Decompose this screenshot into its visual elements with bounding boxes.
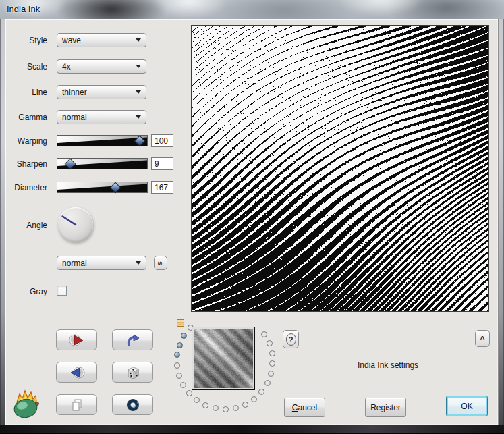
window-border-right [499,19,504,425]
preview-pane[interactable] [191,25,489,312]
copy-pages-icon [69,398,84,412]
help-button[interactable]: ? [283,330,299,348]
line-dropdown[interactable]: thinner [57,85,146,99]
gamma-dropdown[interactable]: normal [57,110,146,124]
sharpen-label: Sharpen [5,159,47,169]
s-button-label: s [157,261,165,265]
memory-dot[interactable] [174,352,180,358]
save-settings-button[interactable] [56,362,97,383]
memory-dot[interactable] [213,405,219,411]
status-text: India Ink settings [358,360,418,370]
slider-wedge [57,182,147,192]
memory-dot[interactable] [176,373,182,379]
sharpen-value-field[interactable]: 9 [151,157,173,170]
chevron-down-icon [136,115,141,119]
diameter-value-field[interactable]: 167 [151,181,173,194]
register-button-label: Register [370,403,401,412]
disc-blue-arrow-icon [68,365,86,380]
blend-mode-dropdown[interactable]: normal [57,256,146,270]
memory-dot[interactable] [186,390,192,396]
sharpen-slider[interactable] [57,158,148,169]
warping-slider-track[interactable] [57,135,148,146]
memory-dot[interactable] [223,406,229,412]
titlebar[interactable]: India Ink [0,0,504,20]
undo-arrow-icon [125,333,141,348]
line-label: Line [5,88,47,97]
preview-canvas[interactable] [192,26,488,311]
style-label: Style [5,36,47,45]
window-border-left [0,19,5,425]
gamma-label: Gamma [5,113,47,122]
randomize-button[interactable] [112,362,153,383]
memory-dot[interactable] [174,362,180,369]
cancel-button[interactable]: Cancel [284,398,325,417]
register-button[interactable]: Register [365,398,406,417]
angle-label: Angle [5,221,47,230]
memory-dot-legend-icon [177,319,184,327]
gamma-dropdown-value: normal [62,113,87,122]
collapse-button-label: ^ [480,335,484,343]
collapse-button[interactable]: ^ [475,330,490,347]
blend-mode-dropdown-value: normal [62,259,87,268]
memory-dot[interactable] [258,389,264,395]
memory-dot[interactable] [202,402,208,408]
chevron-down-icon [136,90,141,94]
chevron-down-icon [136,38,141,42]
memory-dot[interactable] [267,340,273,346]
memory-dot[interactable] [251,396,257,402]
help-button-label: ? [286,333,296,346]
memory-dot[interactable] [269,350,275,356]
sharpen-slider-track[interactable] [57,158,148,169]
angle-dial[interactable] [58,207,93,242]
memory-dot[interactable] [180,382,186,388]
chevron-down-icon [136,65,141,68]
flaming-pear-logo[interactable] [11,387,42,423]
undo-button[interactable] [112,329,153,350]
scale-dropdown[interactable]: 4x [57,59,146,74]
source-thumbnail[interactable] [192,327,255,390]
memory-dot[interactable] [177,342,183,348]
duplicate-button[interactable] [56,394,97,415]
style-dropdown[interactable]: wave [57,33,146,47]
memory-dot[interactable] [268,371,274,377]
gray-checkbox[interactable] [57,286,67,296]
titlebar-glass-backdrop [0,0,504,20]
dice-icon [125,364,141,381]
warping-slider[interactable] [57,135,148,146]
disc-red-arrow-icon [68,333,86,348]
line-dropdown-value: thinner [62,88,87,97]
s-button[interactable]: s [154,256,167,270]
thumbnail-canvas [194,329,253,388]
warping-label: Warping [5,136,47,146]
dialog-client-area: Style wave Scale 4x Line thinner Gamma n… [5,19,499,425]
gray-label: Gray [5,287,47,296]
angle-needle [58,207,93,242]
flaming-pear-icon [11,387,42,420]
blue-ring-icon [125,398,141,412]
memory-dot[interactable] [194,397,200,403]
memory-dot[interactable] [233,405,239,411]
warping-value-field[interactable]: 100 [151,134,173,147]
chevron-down-icon [136,261,141,265]
memory-dot[interactable] [181,333,187,339]
ok-button-label: O [461,402,467,411]
load-settings-button[interactable] [56,329,97,350]
memory-dot[interactable] [261,331,267,337]
diameter-label: Diameter [5,183,47,192]
window-title: India Ink [7,0,40,18]
memory-dot[interactable] [269,360,275,367]
memory-dot[interactable] [242,402,248,408]
memory-dot[interactable] [264,380,271,386]
diameter-slider[interactable] [57,182,148,193]
diameter-slider-track[interactable] [57,182,148,193]
style-dropdown-value: wave [62,36,81,45]
window-border-bottom [0,425,504,434]
scale-dropdown-value: 4x [62,62,71,72]
scale-label: Scale [5,62,47,72]
india-ink-dialog: India Ink Style wave Scale 4x Line thinn… [0,0,504,434]
ok-button[interactable]: OK [446,396,488,416]
ring-button[interactable] [112,394,153,415]
